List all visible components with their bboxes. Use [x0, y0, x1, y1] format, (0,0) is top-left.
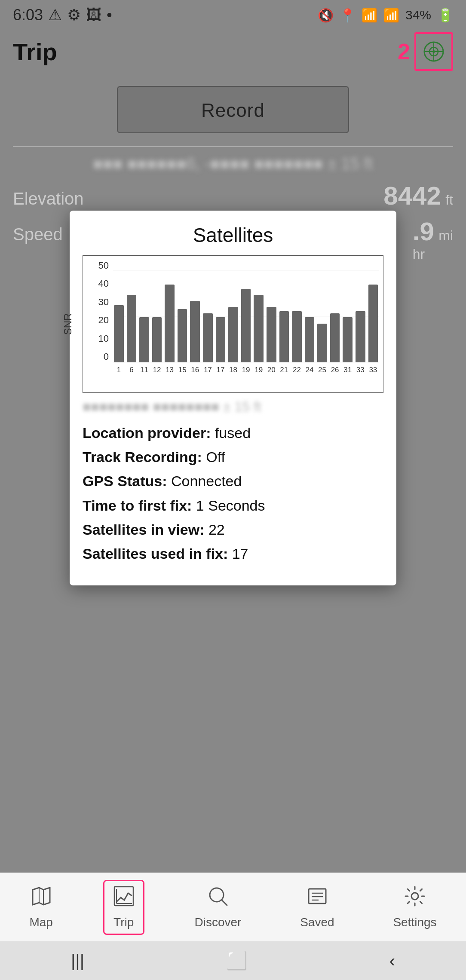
grid-line-50	[113, 247, 379, 247]
battery-icon: 🔋	[437, 8, 453, 23]
divider-1	[13, 146, 453, 147]
nav-label-settings: Settings	[393, 916, 436, 929]
location-provider-label: Location provider:	[83, 425, 211, 441]
y-axis-label: SNR	[62, 313, 74, 335]
status-right: 🔇 📍 📶 📶 34% 🔋	[318, 8, 453, 23]
time-to-fix-label: Time to first fix:	[83, 497, 192, 514]
x-label-15: 15	[177, 366, 188, 374]
time-display: 6:03	[13, 6, 43, 24]
header-actions: 2	[398, 32, 453, 71]
system-nav-bar: ||| ⬜ ‹	[0, 941, 466, 980]
bar-33b	[368, 260, 379, 362]
discover-icon	[207, 885, 229, 912]
bar-16	[189, 260, 201, 362]
bar-12	[151, 260, 163, 362]
nav-label-trip: Trip	[113, 916, 134, 929]
x-label-25: 25	[316, 366, 328, 374]
x-label-24: 24	[304, 366, 316, 374]
back-icon[interactable]: |||	[71, 951, 84, 971]
y-tick-30: 30	[92, 297, 109, 308]
gps-satellite-button[interactable]	[414, 32, 453, 71]
bar-19b	[253, 260, 264, 362]
x-label-17: 17	[202, 366, 214, 374]
y-tick-10: 10	[92, 333, 109, 344]
bottom-navigation: Map Trip Discover	[0, 873, 466, 941]
elevation-label: Elevation	[13, 189, 84, 208]
satellites-in-view-label: Satellites in view:	[83, 521, 204, 538]
y-tick-20: 20	[92, 315, 109, 326]
wifi-icon: 📶	[362, 8, 377, 23]
bar-22	[291, 260, 303, 362]
speed-value: .9	[413, 217, 434, 246]
page-title: Trip	[13, 38, 57, 66]
status-bar: 6:03 ⚠ ⚙ 🖼 • 🔇 📍 📶 📶 34% 🔋	[0, 0, 466, 30]
x-label-20: 20	[266, 366, 277, 374]
x-label-33: 33	[355, 366, 366, 374]
bar-11	[138, 260, 150, 362]
x-label-11: 11	[138, 366, 150, 374]
x-label-1: 1	[113, 366, 125, 374]
gps-status-value: Connected	[171, 473, 242, 489]
x-label-16: 16	[189, 366, 201, 374]
x-label-33b: 33	[368, 366, 379, 374]
popup-title: Satellites	[83, 224, 383, 247]
svg-marker-5	[33, 888, 50, 905]
satellites-used-row: Satellites used in fix: 17	[83, 544, 383, 563]
bar-33	[355, 260, 366, 362]
track-recording-row: Track Recording: Off	[83, 447, 383, 466]
gps-status-label: GPS Status:	[83, 473, 167, 489]
bar-20	[266, 260, 277, 362]
location-provider-row: Location provider: fused	[83, 423, 383, 442]
svg-line-12	[221, 900, 227, 905]
coordinates-blurred-bg: ■■■ ■■■■■■6, -■■■■ ■■■■■■■ ± 15 ft	[13, 155, 453, 173]
bar-24	[304, 260, 316, 362]
nav-item-discover[interactable]: Discover	[186, 881, 250, 934]
popup-coords-blurred: ■■■■■■■■ ■■■■■■■■ ± 15 ft	[83, 399, 383, 415]
chart-bars-container	[113, 260, 379, 362]
x-label-12: 12	[151, 366, 163, 374]
bar-31	[342, 260, 353, 362]
x-label-17b: 17	[215, 366, 227, 374]
bar-6	[126, 260, 138, 362]
bar-19	[240, 260, 252, 362]
bar-18	[227, 260, 239, 362]
time-to-fix-value: 1 Seconds	[196, 497, 265, 514]
nav-item-trip[interactable]: Trip	[103, 880, 144, 935]
track-recording-value: Off	[206, 449, 225, 465]
nav-item-settings[interactable]: Settings	[384, 881, 445, 934]
elevation-unit: ft	[445, 192, 453, 208]
app-header: Trip 2	[0, 30, 466, 73]
dot-icon: •	[107, 6, 112, 24]
recents-icon[interactable]: ‹	[389, 951, 395, 971]
home-icon[interactable]: ⬜	[226, 951, 248, 971]
satellite-popup: Satellites SNR 0 10 20 30 40 50	[70, 211, 396, 585]
x-label-19b: 19	[253, 366, 264, 374]
bar-17b	[215, 260, 227, 362]
mute-icon: 🔇	[318, 8, 334, 23]
bar-1	[113, 260, 125, 362]
x-label-19: 19	[240, 366, 252, 374]
elevation-value: 8442	[383, 181, 441, 210]
record-button[interactable]: Record	[117, 86, 349, 133]
elevation-row: Elevation 8442 ft	[13, 181, 453, 211]
y-tick-40: 40	[92, 278, 109, 289]
nav-label-discover: Discover	[194, 916, 241, 929]
speed-label: Speed	[13, 225, 63, 244]
x-label-18: 18	[227, 366, 239, 374]
map-icon	[31, 885, 52, 912]
y-tick-50: 50	[92, 260, 109, 271]
battery-display: 34%	[405, 8, 431, 22]
x-label-26: 26	[329, 366, 341, 374]
status-left: 6:03 ⚠ ⚙ 🖼 •	[13, 6, 112, 24]
trip-icon	[113, 885, 135, 912]
saved-icon	[307, 885, 328, 912]
satellite-chart: SNR 0 10 20 30 40 50 161112131516	[83, 255, 383, 393]
notification-badge: 2	[398, 39, 410, 64]
track-recording-label: Track Recording:	[83, 449, 202, 465]
nav-item-map[interactable]: Map	[21, 881, 61, 934]
nav-item-saved[interactable]: Saved	[291, 881, 343, 934]
satellites-used-label: Satellites used in fix:	[83, 545, 228, 562]
location-provider-value: fused	[215, 425, 251, 441]
svg-rect-8	[114, 887, 133, 906]
x-label-22: 22	[291, 366, 303, 374]
